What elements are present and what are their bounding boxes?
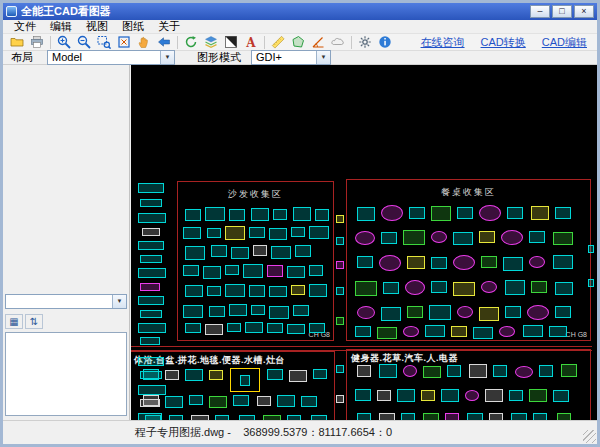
cad-block [138, 213, 166, 223]
cad-block [257, 396, 271, 406]
property-list[interactable] [5, 332, 127, 416]
layout-combobox-value: Model [52, 51, 82, 63]
toolbar-separator [264, 36, 265, 49]
cad-block [227, 323, 241, 332]
cad-block [313, 369, 327, 379]
cad-block [205, 207, 225, 221]
toolbar-separator [351, 36, 352, 49]
cad-block [539, 365, 553, 377]
cad-block [143, 369, 159, 380]
cad-block [207, 228, 221, 238]
cad-block [287, 266, 305, 278]
cad-block [251, 208, 269, 221]
menubar: 文件 编辑 视图 图纸 关于 [3, 20, 597, 34]
layers-icon[interactable] [201, 34, 221, 50]
cad-block [503, 257, 523, 271]
cad-block [267, 369, 283, 380]
print-icon[interactable] [27, 34, 47, 50]
cad-block [381, 232, 397, 244]
cad-block [269, 306, 289, 319]
cad-block [493, 365, 507, 377]
cad-block [403, 326, 419, 337]
link-cad-edit[interactable]: CAD编辑 [542, 35, 587, 50]
cad-block [555, 207, 571, 219]
cad-block [140, 310, 162, 318]
maximize-button[interactable]: □ [552, 5, 572, 18]
toolbar-separator [177, 36, 178, 49]
measure-angle-icon[interactable] [308, 34, 328, 50]
cad-block [207, 286, 221, 296]
cad-block [423, 413, 439, 420]
layout-combobox[interactable]: Model [47, 50, 175, 65]
pan-icon[interactable] [134, 34, 154, 50]
measure-length-icon[interactable] [268, 34, 288, 50]
cad-block [479, 231, 495, 243]
panel-title: 健身器.花草.汽车.人.电器 [351, 352, 458, 365]
titlebar[interactable]: 全能王CAD看图器 – □ × [3, 3, 597, 20]
zoom-window-icon[interactable] [94, 34, 114, 50]
cad-block [467, 413, 483, 420]
cad-block [405, 280, 425, 295]
layout-label: 布局 [11, 50, 33, 65]
selection-box [230, 368, 260, 392]
cad-block [138, 183, 164, 193]
zoom-in-icon[interactable] [54, 34, 74, 50]
menu-item-edit[interactable]: 编辑 [43, 20, 79, 33]
annotate-text-icon[interactable]: A [241, 34, 261, 50]
cad-block [269, 228, 287, 240]
revision-cloud-icon[interactable] [328, 34, 348, 50]
menu-item-about[interactable]: 关于 [151, 20, 187, 33]
cad-block [142, 228, 160, 236]
minimize-button[interactable]: – [530, 5, 550, 18]
cad-block [138, 357, 164, 366]
cad-block [183, 227, 201, 239]
info-icon[interactable] [375, 34, 395, 50]
cad-block [549, 326, 567, 337]
zoom-extents-icon[interactable] [114, 34, 134, 50]
cad-block [485, 389, 503, 402]
cad-block [553, 232, 573, 245]
property-combobox[interactable] [5, 294, 127, 309]
menu-item-view[interactable]: 视图 [79, 20, 115, 33]
cad-block [453, 255, 475, 270]
zoom-out-icon[interactable] [74, 34, 94, 50]
panel-title: 沙发收集区 [178, 188, 333, 201]
measure-area-icon[interactable] [288, 34, 308, 50]
cad-block [588, 245, 594, 253]
cad-block [403, 230, 425, 245]
cad-block [249, 285, 265, 297]
cad-block [336, 287, 344, 295]
menu-item-file[interactable]: 文件 [7, 20, 43, 33]
cad-block [138, 296, 164, 305]
resize-grip[interactable] [583, 430, 596, 443]
menu-item-sheet[interactable]: 图纸 [115, 20, 151, 33]
link-online-consult[interactable]: 在线咨询 [421, 35, 465, 50]
cad-block [445, 413, 459, 420]
settings-icon[interactable] [355, 34, 375, 50]
background-color-icon[interactable] [221, 34, 241, 50]
cad-block [531, 206, 549, 220]
sort-icon[interactable]: ⇅ [25, 314, 43, 329]
main-area: ▦ ⇅ 沙发收集区 CH G8 餐桌收集区 CH G8 体浴.台盆.拼花.地毯.… [3, 65, 597, 420]
cad-block [553, 255, 573, 269]
left-panel: ▦ ⇅ [3, 65, 130, 420]
close-button[interactable]: × [574, 5, 594, 18]
app-window: 全能王CAD看图器 – □ × 文件 编辑 视图 图纸 关于 A [0, 0, 600, 447]
cad-block [138, 385, 166, 395]
cad-block [209, 370, 223, 380]
graphics-mode-combobox[interactable]: GDI+ [251, 50, 331, 65]
cad-block [309, 323, 325, 333]
rotate-view-icon[interactable] [181, 34, 201, 50]
cad-block [205, 324, 223, 335]
cad-canvas[interactable]: 沙发收集区 CH G8 餐桌收集区 CH G8 体浴.台盆.拼花.地毯.便器.水… [131, 65, 597, 420]
cad-block [555, 282, 573, 295]
cad-block [355, 326, 371, 337]
svg-text:A: A [245, 36, 256, 50]
open-file-icon[interactable] [7, 34, 27, 50]
divider-line [131, 346, 592, 347]
link-cad-convert[interactable]: CAD转换 [481, 35, 526, 50]
categorize-icon[interactable]: ▦ [5, 314, 23, 329]
cad-block [429, 305, 451, 320]
previous-view-icon[interactable] [154, 34, 174, 50]
cad-block [397, 389, 415, 402]
